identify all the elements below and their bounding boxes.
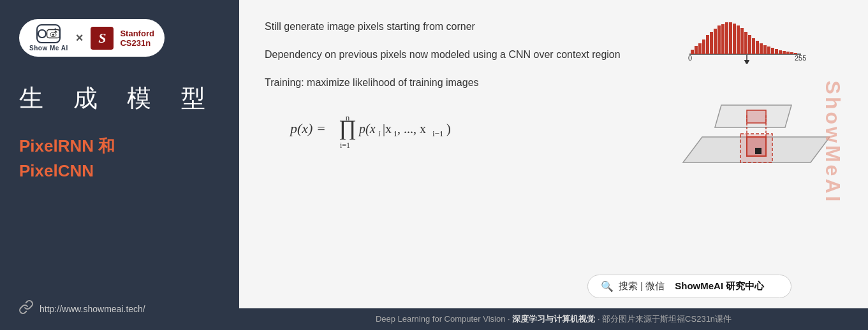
svg-rect-38 (767, 47, 770, 54)
svg-rect-22 (706, 35, 709, 54)
svg-text:i: i (378, 129, 381, 138)
link-icon (19, 300, 33, 317)
svg-text:): ) (446, 122, 451, 136)
stanford-name: Stanford (120, 29, 154, 38)
svg-rect-26 (721, 24, 725, 54)
svg-rect-54 (747, 110, 766, 123)
bullet-text-1: Still generate image pixels starting fro… (265, 19, 632, 34)
svg-rect-36 (760, 43, 763, 54)
svg-text:|x: |x (383, 122, 392, 136)
bullet-text-2: Dependency on previous pixels now modele… (265, 47, 632, 62)
text-section: Still generate image pixels starting fro… (265, 19, 632, 265)
cross-symbol: × (76, 31, 84, 45)
subtitle-pixelrnn: PixelRNN 和 PixelCNN (19, 134, 115, 183)
svg-rect-28 (729, 22, 732, 54)
title-chinese: 生 成 模 型 (19, 82, 217, 115)
svg-rect-20 (698, 43, 702, 54)
svg-rect-41 (779, 50, 782, 54)
svg-rect-31 (740, 28, 744, 54)
svg-rect-34 (752, 38, 755, 54)
svg-marker-3 (54, 31, 57, 32)
showmeai-label: Show Me Al (29, 45, 68, 52)
svg-rect-43 (786, 52, 790, 54)
histogram-svg: 0 255 (683, 19, 811, 64)
footer-text-bold: 深度学习与计算机视觉 (512, 314, 595, 324)
svg-rect-19 (695, 46, 698, 54)
search-icon: 🔍 (601, 280, 614, 292)
stanford-course: CS231n (120, 38, 154, 48)
formula-area: p(x) = n ∏ i=1 p(x i |x 1 , ..., x i−1 ) (284, 106, 632, 154)
svg-point-2 (52, 34, 54, 36)
website-url: http://www.showmeai.tech/ (40, 304, 145, 314)
svg-rect-30 (737, 25, 740, 54)
svg-rect-32 (744, 32, 747, 54)
svg-rect-33 (748, 35, 751, 54)
logo-area: Show Me Al × S Stanford CS231n (19, 19, 165, 57)
svg-text:p(x: p(x (358, 122, 376, 136)
bullet-text-3: Training: maximize likelihood of trainin… (265, 75, 632, 90)
svg-rect-35 (756, 41, 759, 54)
footer-bar: Deep Learning for Computer Vision · 深度学习… (239, 308, 868, 330)
svg-rect-37 (763, 45, 767, 54)
sidebar: Show Me Al × S Stanford CS231n 生 成 模 型 P… (0, 0, 239, 330)
svg-rect-45 (794, 53, 797, 54)
svg-rect-51 (755, 148, 761, 154)
footer-text-suffix: · 部分图片来源于斯坦福CS231n课件 (595, 314, 732, 324)
svg-rect-42 (783, 51, 786, 54)
search-bar-row: 🔍 搜索 | 微信 ShowMeAI 研究中心 (239, 271, 868, 308)
svg-rect-18 (691, 50, 694, 54)
search-prefix: 搜索 | 微信 (619, 280, 665, 292)
watermark-text: ShowMeAI (821, 80, 845, 204)
main-content: Still generate image pixels starting fro… (239, 0, 868, 330)
svg-rect-29 (733, 24, 736, 54)
formula-svg: p(x) = n ∏ i=1 p(x i |x 1 , ..., x i−1 ) (284, 106, 475, 151)
showmeai-logo: Show Me Al (29, 24, 68, 52)
svg-text:, ..., x: , ..., x (397, 122, 426, 136)
stanford-s-icon: S (91, 27, 114, 50)
search-bar[interactable]: 🔍 搜索 | 微信 ShowMeAI 研究中心 (587, 275, 791, 298)
svg-rect-23 (710, 32, 713, 54)
svg-text:i=1: i=1 (340, 141, 350, 150)
svg-rect-27 (725, 22, 728, 54)
svg-text:∏: ∏ (339, 116, 357, 140)
footer-text-plain: Deep Learning for Computer Vision · (376, 314, 512, 324)
svg-rect-40 (775, 49, 778, 54)
content-body: Still generate image pixels starting fro… (239, 0, 868, 271)
showmeai-icon (36, 24, 61, 43)
svg-text:p(x) =: p(x) = (289, 120, 326, 136)
svg-rect-25 (717, 25, 721, 54)
stanford-text: Stanford CS231n (120, 29, 154, 48)
svg-rect-44 (790, 52, 793, 54)
svg-rect-39 (771, 48, 774, 54)
website-row: http://www.showmeai.tech/ (19, 300, 145, 317)
plane-diagram (664, 61, 830, 188)
stanford-logo: S Stanford CS231n (91, 27, 154, 50)
svg-text:i−1: i−1 (432, 129, 443, 138)
image-section: 0 255 (645, 19, 849, 265)
plane-svg (664, 61, 830, 188)
watermark-area: ShowMeAI (817, 19, 849, 265)
histogram-container: 0 255 (683, 19, 811, 64)
svg-rect-21 (702, 39, 705, 54)
svg-rect-24 (714, 29, 717, 54)
search-brand: ShowMeAI 研究中心 (675, 280, 764, 292)
